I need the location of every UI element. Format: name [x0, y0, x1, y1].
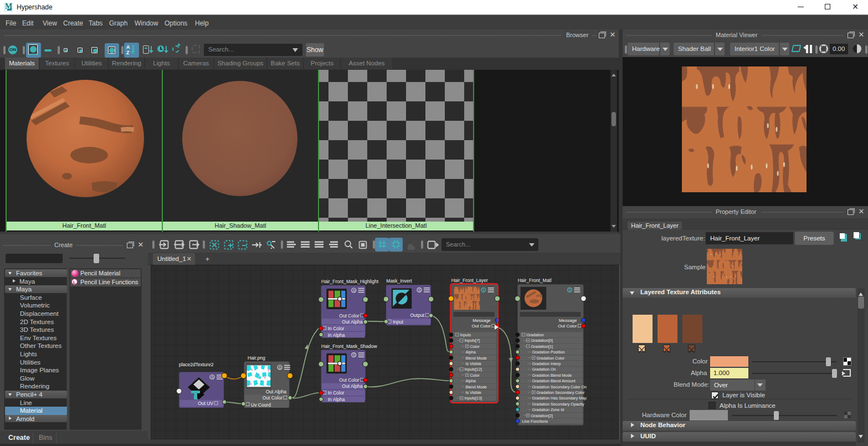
svg-text:Is Visible: Is Visible [465, 390, 481, 395]
svg-text:S: S [568, 288, 571, 292]
svg-text:Gradation On: Gradation On [532, 367, 556, 372]
svg-text:Output: Output [410, 312, 424, 318]
svg-text:Gradation: Gradation [526, 332, 544, 337]
svg-text:Out Alpha: Out Alpha [342, 319, 363, 325]
svg-text:Hair_Front_Matl: Hair_Front_Matl [518, 278, 552, 283]
svg-text:Out Color: Out Color [263, 395, 283, 401]
svg-text:Hair.png: Hair.png [248, 355, 265, 361]
svg-text:Gradation Interp: Gradation Interp [532, 361, 561, 366]
svg-text:Gradation Blend Mode: Gradation Blend Mode [532, 373, 572, 378]
svg-text:In Alpha: In Alpha [328, 332, 345, 338]
svg-text:In Color: In Color [328, 326, 345, 331]
svg-text:Alpha: Alpha [465, 350, 475, 355]
svg-text:Gradation[1]: Gradation[1] [531, 344, 553, 349]
svg-text:Inputs: Inputs [460, 332, 471, 337]
svg-text:S: S [353, 353, 356, 357]
svg-text:Inputs[13]: Inputs[13] [464, 396, 482, 401]
svg-text:Input: Input [393, 319, 404, 325]
svg-text:Hair_Front_Layer: Hair_Front_Layer [451, 278, 488, 283]
svg-text:Message: Message [559, 318, 577, 323]
svg-text:Out Color: Out Color [339, 313, 359, 319]
svg-text:In Color: In Color [328, 390, 345, 396]
svg-text:Inputs[12]: Inputs[12] [464, 367, 482, 372]
svg-text:Gradation[2]: Gradation[2] [531, 413, 553, 418]
svg-text:Is Visible: Is Visible [465, 361, 481, 366]
svg-text:Gradation Color: Gradation Color [536, 356, 564, 361]
svg-text:Out UV: Out UV [198, 401, 213, 406]
svg-text:Gradation Zone Id: Gradation Zone Id [532, 407, 564, 412]
svg-text:Color: Color [470, 344, 480, 349]
svg-text:S: S [418, 288, 421, 292]
svg-text:Alpha: Alpha [465, 378, 475, 383]
svg-text:Hair_Front_Mask_Highlight: Hair_Front_Mask_Highlight [321, 279, 379, 284]
svg-text:Inputs[7]: Inputs[7] [464, 338, 480, 343]
svg-text:S: S [279, 366, 281, 370]
svg-text:Mask_Invert: Mask_Invert [386, 278, 412, 284]
svg-text:Gradation Has Secondary Map: Gradation Has Secondary Map [532, 396, 587, 401]
svg-text:Blend Mode: Blend Mode [465, 385, 486, 389]
svg-text:Gradation[0]: Gradation[0] [531, 338, 553, 343]
svg-text:place2dTexture2: place2dTexture2 [179, 362, 214, 367]
svg-text:Out Color: Out Color [472, 324, 491, 329]
svg-text:Uv Coord: Uv Coord [251, 402, 271, 408]
svg-text:S: S [211, 375, 214, 379]
svg-text:S: S [482, 288, 485, 292]
svg-text:Hair_Front_Mask_Shadow: Hair_Front_Mask_Shadow [321, 344, 377, 349]
svg-text:Message: Message [472, 318, 491, 323]
svg-text:Gradation Blend Amount: Gradation Blend Amount [532, 378, 575, 383]
svg-text:In Alpha: In Alpha [328, 397, 345, 402]
svg-text:S: S [353, 289, 356, 293]
svg-text:Gradation Secondary Color: Gradation Secondary Color [536, 390, 585, 395]
svg-text:Line Functions: Line Functions [522, 419, 548, 424]
svg-text:Out Color: Out Color [339, 377, 359, 383]
svg-text:Gradation Secondary Opacity: Gradation Secondary Opacity [532, 402, 584, 407]
svg-text:Gradation Secondary Color On: Gradation Secondary Color On [532, 385, 587, 389]
svg-text:Out Alpha: Out Alpha [266, 389, 287, 394]
svg-text:Gradation Position: Gradation Position [532, 350, 564, 355]
svg-text:Out Color: Out Color [558, 324, 577, 329]
svg-text:Blend Mode: Blend Mode [465, 356, 486, 361]
svg-text:Out Alpha: Out Alpha [342, 383, 363, 389]
svg-text:Color: Color [470, 373, 480, 378]
